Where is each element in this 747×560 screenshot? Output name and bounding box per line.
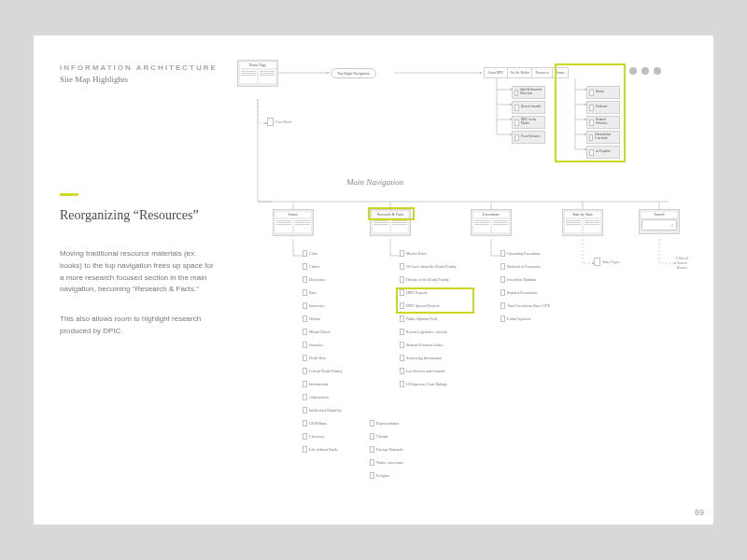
issue-item-15: Life without Parole [303,446,338,453]
document-icon [303,394,307,400]
document-icon [400,289,404,296]
document-icon [303,407,307,413]
node-title: Research & Facts [373,212,408,217]
document-icon [500,263,505,270]
document-icon [594,258,600,266]
section-eyebrow: INFORMATION ARCHITECTURE [60,63,218,72]
document-icon [303,355,307,361]
document-icon [400,355,404,361]
connector-lines [230,60,706,517]
execution-item-2: Execution Database [500,276,537,283]
document-icon [514,119,519,126]
node-issues: Issues [273,209,314,236]
issue-item-11: Arbitrariness [303,394,329,400]
node-books: Books [586,86,620,99]
research-item-6: Recent Legislative Activity [400,329,447,335]
document-icon [400,263,404,270]
research-item-2: History of the Death Penalty [400,276,449,283]
node-state-pages: State Pages [594,258,620,266]
top-nav-tabs: About DPIC For the Media Resources Donat… [484,67,569,78]
document-icon [589,119,594,126]
main-navigation-label: Main Navigation [346,177,403,187]
issue-extra-item-4: Religion [370,472,389,479]
issue-item-4: Innocence [303,302,324,309]
issue-item-6: Mental Illness [303,329,331,335]
execution-item-1: Methods of Execution [500,263,541,270]
issue-item-5: Women [303,315,320,322]
node-dpic-media: DPIC in the Media [512,116,545,129]
body-paragraph-2: This also allows room to highlight resea… [60,314,218,338]
body-paragraph-1: Moving traditional resource materials (e… [60,248,218,296]
research-item-10: US Supreme Court Rulings [400,381,447,387]
research-item-5: Public Opinion Polls [400,315,437,322]
document-icon [514,90,518,96]
issue-item-13: US Military [303,420,327,427]
document-icon [267,118,274,126]
document-icon [589,149,594,156]
document-icon [500,250,505,257]
document-icon [303,342,307,348]
node-state-by-state: State by State [562,209,603,236]
document-icon [514,105,519,111]
node-title: Search [641,212,677,217]
slide-page: INFORMATION ARCHITECTURE Site Map Highli… [34,35,713,525]
node-search: Search ⌕ [639,209,680,234]
execution-item-3: Botched Executions [500,289,537,296]
document-icon [303,315,307,322]
slide-headline: Reorganizing “Resources” [60,207,209,224]
node-educational-curricula: Educational Curricula [586,131,620,144]
issue-item-2: Deterrence [303,276,326,283]
document-icon [370,472,374,479]
sitemap-canvas: Home Page Top Right Navigation About DPI… [230,60,706,517]
document-icon [400,342,404,348]
topnav-about: About DPIC [484,67,507,78]
issue-extra-item-2: Foreign Nationals [370,446,403,453]
document-icon [303,329,307,335]
accent-bar [60,193,78,196]
node-en-espanol: en Español [586,146,620,159]
document-icon [400,302,404,309]
research-item-8: Sentencing Information [400,355,442,361]
research-item-4: DPIC Special Projects [400,302,440,309]
document-icon [303,276,307,283]
document-icon [303,302,307,309]
topnav-resources: Resources [531,67,551,78]
document-icon [303,263,307,270]
node-press-releases: Press Releases [512,131,545,144]
document-icon [400,368,404,374]
issue-item-10: International [303,381,328,387]
document-icon [589,105,594,111]
section-subtitle: Site Map Highlights [60,75,128,84]
research-item-3: DPIC Reports [400,289,428,296]
node-title: Executions [473,212,509,217]
document-icon [303,433,307,440]
issue-item-12: Intellectual Disability [303,407,342,413]
document-icon [303,381,307,387]
issue-extra-item-0: Representation [370,420,399,427]
research-item-9: Law Review and Journals [400,368,444,374]
issue-item-1: Crimes [303,263,320,270]
document-icon [400,381,404,387]
search-input-icon: ⌕ [641,219,677,231]
node-related-websites: Related Websites [586,116,620,129]
topnav-donate: Donate [552,67,569,78]
document-icon [500,289,505,296]
issue-item-7: Juveniles [303,342,323,348]
document-icon [400,276,404,283]
document-icon [500,315,505,322]
research-item-1: 50 Facts About the Death Penalty [400,263,457,270]
document-icon [370,459,374,466]
document-icon [589,134,593,141]
document-icon [370,446,374,453]
document-icon [400,250,404,257]
execution-item-0: Upcoming Executions [500,250,541,257]
document-icon [500,276,505,283]
document-icon [303,368,307,374]
node-title: Home Page [240,63,275,68]
execution-item-4: Total Executions Since 1976 [500,302,550,309]
issue-item-3: Race [303,289,317,296]
document-icon [589,90,594,96]
document-icon [303,420,307,427]
node-filtered-results: Filtered Search Results [676,256,688,270]
document-icon [400,315,404,322]
